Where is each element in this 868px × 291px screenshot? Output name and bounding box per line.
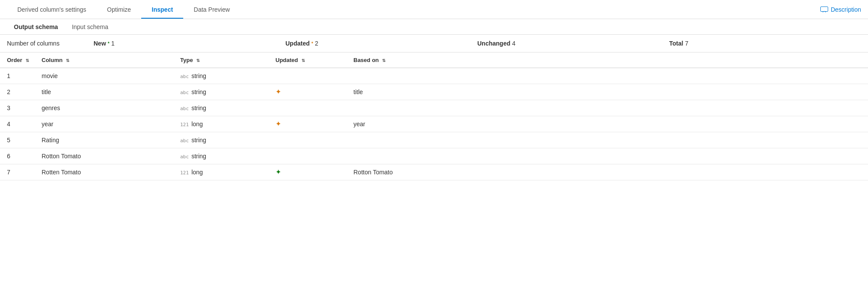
cell-column: year [35,116,173,132]
sort-icon-order: ⇅ [26,58,29,63]
cell-type: 121long [173,164,269,180]
table-row: 7Rotten Tomato121long✦Rotton Tomato [0,164,868,180]
updated-badge: * [311,41,313,46]
sub-tab-output-schema[interactable]: Output schema [7,19,65,34]
sort-icon-basedon: ⇅ [382,58,385,63]
type-prefix-icon: abc [180,106,189,111]
schema-table: Order ⇅ Column ⇅ Type ⇅ Updated ⇅ Based … [0,52,868,180]
cell-order: 7 [0,164,35,180]
updated-star-icon: ✦ [275,168,281,176]
cell-basedon [347,148,868,164]
cell-basedon [347,68,868,84]
table-row: 4year121long✦year [0,116,868,132]
updated-label: Updated [285,40,310,47]
cell-updated [269,148,347,164]
cell-column: title [35,84,173,100]
sort-icon-updated: ⇅ [301,58,305,63]
total-count-item: Total 7 [669,40,861,47]
total-count: 7 [685,40,688,47]
updated-star-icon: ✦ [275,88,281,95]
type-prefix-icon: abc [180,74,189,79]
tab-optimize[interactable]: Optimize [97,0,141,19]
cell-updated: ✦ [269,116,347,132]
number-of-columns-label: Number of columns [7,40,94,47]
updated-count: 2 [315,40,318,47]
cell-column: Rating [35,132,173,148]
cell-type: abcstring [173,68,269,84]
description-icon [820,7,828,13]
sub-tab-bar: Output schema Input schema [0,19,868,35]
type-prefix-icon: 121 [180,122,189,128]
cell-updated [269,68,347,84]
tab-derived-settings[interactable]: Derived column's settings [7,0,97,19]
table-row: 2titleabcstring✦title [0,84,868,100]
cell-column: Rotten Tomato [35,164,173,180]
cell-basedon: year [347,116,868,132]
cell-updated [269,132,347,148]
tab-inspect[interactable]: Inspect [141,0,183,19]
col-header-type[interactable]: Type ⇅ [173,52,269,68]
new-count-item: New* 1 [94,40,285,47]
type-prefix-icon: 121 [180,170,189,176]
svg-rect-0 [820,7,828,11]
summary-row: Number of columns New* 1 Updated* 2 Unch… [0,35,868,52]
sort-icon-column: ⇅ [66,58,69,63]
cell-basedon: title [347,84,868,100]
description-button[interactable]: Description [820,6,861,13]
table-row: 1movieabcstring [0,68,868,84]
table-row: 5Ratingabcstring [0,132,868,148]
cell-type: abcstring [173,84,269,100]
cell-basedon [347,100,868,116]
cell-order: 4 [0,116,35,132]
cell-updated [269,100,347,116]
updated-star-icon: ✦ [275,120,281,128]
col-header-basedon[interactable]: Based on ⇅ [347,52,868,68]
tab-data-preview[interactable]: Data Preview [183,0,240,19]
cell-type: abcstring [173,132,269,148]
table-row: 3genresabcstring [0,100,868,116]
cell-order: 2 [0,84,35,100]
cell-type: 121long [173,116,269,132]
cell-column: Rotton Tomato [35,148,173,164]
unchanged-label: Unchanged [477,40,510,47]
cell-updated: ✦ [269,164,347,180]
type-prefix-icon: abc [180,138,189,144]
cell-order: 1 [0,68,35,84]
unchanged-count: 4 [512,40,515,47]
col-header-column[interactable]: Column ⇅ [35,52,173,68]
cell-order: 5 [0,132,35,148]
total-label: Total [669,40,683,47]
cell-updated: ✦ [269,84,347,100]
col-header-updated[interactable]: Updated ⇅ [269,52,347,68]
cell-column: movie [35,68,173,84]
cell-basedon [347,132,868,148]
unchanged-count-item: Unchanged 4 [477,40,669,47]
cell-order: 6 [0,148,35,164]
type-prefix-icon: abc [180,90,189,95]
updated-count-item: Updated* 2 [285,40,477,47]
cell-type: abcstring [173,148,269,164]
tabs-container: Derived column's settings Optimize Inspe… [7,0,240,19]
new-count: 1 [111,40,115,47]
cell-order: 3 [0,100,35,116]
col-header-order[interactable]: Order ⇅ [0,52,35,68]
sort-icon-type: ⇅ [196,58,200,63]
table-header: Order ⇅ Column ⇅ Type ⇅ Updated ⇅ Based … [0,52,868,68]
type-prefix-icon: abc [180,154,189,160]
tab-bar: Derived column's settings Optimize Inspe… [0,0,868,19]
table-container: Order ⇅ Column ⇅ Type ⇅ Updated ⇅ Based … [0,52,868,180]
cell-type: abcstring [173,100,269,116]
new-label: New [94,40,106,47]
table-row: 6Rotton Tomatoabcstring [0,148,868,164]
cell-column: genres [35,100,173,116]
new-badge: * [108,41,110,46]
table-body: 1movieabcstring2titleabcstring✦title3gen… [0,68,868,180]
sub-tab-input-schema[interactable]: Input schema [65,19,115,34]
cell-basedon: Rotton Tomato [347,164,868,180]
